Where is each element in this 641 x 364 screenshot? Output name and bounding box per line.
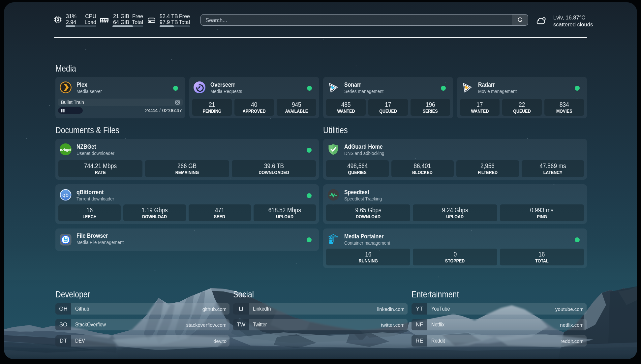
svg-text:qb: qb [62,192,69,198]
svg-text:nzbget: nzbget [60,148,71,152]
